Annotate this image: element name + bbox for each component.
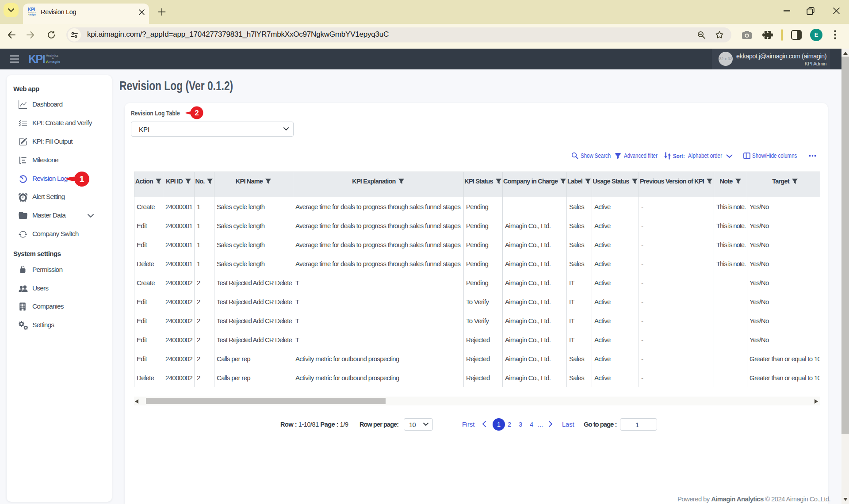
svg-text:1: 1 bbox=[79, 174, 84, 184]
svg-text:2: 2 bbox=[195, 109, 199, 117]
